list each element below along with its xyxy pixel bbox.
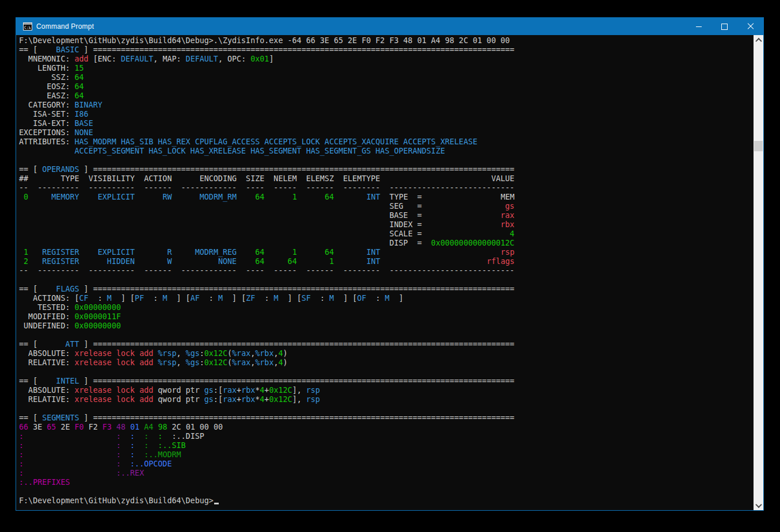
terminal-line: RELATIVE: xrelease lock add %rsp, %gs:0x…	[19, 358, 754, 368]
terminal-line: :..PREFIXES	[19, 478, 754, 487]
terminal-line: ACCEPTS_SEGMENT HAS_LOCK HAS_XRELEASE HA…	[19, 147, 754, 156]
terminal-line: : : :..OPCODE	[19, 460, 754, 469]
terminal-line: MODIFIED: 0x0000011F	[19, 312, 754, 322]
maximize-icon	[721, 24, 728, 30]
close-button[interactable]	[737, 18, 763, 35]
terminal-line: F:\Development\GitHub\zydis\Build64\Debu…	[19, 36, 754, 45]
terminal-line	[19, 275, 754, 285]
terminal-window: C:\ Command Prompt F:\Development\GitHub…	[16, 17, 764, 511]
scroll-up-button[interactable]	[754, 35, 763, 45]
terminal-line: SSZ: 64	[19, 73, 754, 82]
scrollbar-thumb[interactable]	[754, 141, 763, 151]
terminal-cursor	[214, 503, 219, 504]
terminal-line: BASE = rax	[19, 211, 754, 220]
terminal-line: == [ SEGMENTS ] ========================…	[19, 414, 754, 423]
terminal-line	[19, 487, 754, 496]
terminal-line	[19, 368, 754, 377]
terminal-line: CATEGORY: BINARY	[19, 101, 754, 110]
terminal-line: 1 REGISTER EXPLICIT R MODRM_REG 64 1 64 …	[19, 248, 754, 257]
terminal-line: -- --------- ---------- ------ ---------…	[19, 183, 754, 193]
chevron-up-icon	[755, 37, 762, 44]
titlebar[interactable]: C:\ Command Prompt	[16, 18, 763, 35]
terminal-line: : : : :..MODRM	[19, 450, 754, 460]
terminal-line: : : : : : :..DISP	[19, 432, 754, 441]
terminal-line: ABSOLUTE: xrelease lock add qword ptr gs…	[19, 386, 754, 395]
terminal-line: == [ BASIC ] ===========================…	[19, 45, 754, 55]
cmd-icon[interactable]: C:\	[23, 22, 32, 31]
terminal-line: EOSZ: 64	[19, 82, 754, 91]
terminal-line: == [ OPERANDS ] ========================…	[19, 165, 754, 174]
terminal-line: 66 3E 65 2E F0 F2 F3 48 01 A4 98 2C 01 0…	[19, 423, 754, 432]
terminal-line: SCALE = 4	[19, 229, 754, 239]
terminal-line: INDEX = rbx	[19, 220, 754, 229]
window-body: F:\Development\GitHub\zydis\Build64\Debu…	[16, 35, 763, 510]
close-icon	[747, 23, 754, 30]
minimize-icon	[696, 26, 702, 27]
window-controls	[686, 18, 763, 35]
terminal-line: ACTIONS: [CF : M ] [PF : M ] [AF : M ] […	[19, 294, 754, 303]
terminal-line: ISA-EXT: BASE	[19, 119, 754, 128]
window-title: Command Prompt	[36, 22, 94, 30]
minimize-button[interactable]	[686, 18, 711, 35]
terminal-output[interactable]: F:\Development\GitHub\zydis\Build64\Debu…	[16, 35, 754, 510]
terminal-line: ATTRIBUTES: HAS_MODRM HAS_SIB HAS_REX CP…	[19, 137, 754, 147]
terminal-line: 0 MEMORY EXPLICIT RW MODRM_RM 64 1 64 IN…	[19, 193, 754, 202]
terminal-line: F:\Development\GitHub\zydis\Build64\Debu…	[19, 496, 754, 506]
terminal-line: TESTED: 0x00000000	[19, 303, 754, 312]
terminal-line: -- --------- ---------- ------ ---------…	[19, 266, 754, 275]
terminal-line: EXCEPTIONS: NONE	[19, 128, 754, 137]
scroll-down-button[interactable]	[754, 500, 763, 510]
terminal-line	[19, 156, 754, 165]
terminal-line: RELATIVE: xrelease lock add qword ptr gs…	[19, 395, 754, 404]
terminal-line: ## TYPE VISIBILITY ACTION ENCODING SIZE …	[19, 174, 754, 183]
scrollbar[interactable]	[754, 35, 763, 510]
terminal-line: LENGTH: 15	[19, 64, 754, 73]
maximize-button[interactable]	[711, 18, 737, 35]
terminal-line: == [ ATT ] =============================…	[19, 340, 754, 349]
terminal-line: == [ INTEL ] ===========================…	[19, 377, 754, 386]
terminal-line: ISA-SET: I86	[19, 110, 754, 119]
terminal-line: DISP = 0x000000000000012C	[19, 239, 754, 248]
terminal-line: UNDEFINED: 0x00000000	[19, 322, 754, 331]
terminal-line: == [ FLAGS ] ===========================…	[19, 285, 754, 294]
terminal-line: : : : : :..SIB	[19, 441, 754, 450]
terminal-line: EASZ: 64	[19, 91, 754, 101]
terminal-line: SEG = gs	[19, 202, 754, 211]
chevron-down-icon	[755, 501, 762, 507]
terminal-line	[19, 331, 754, 340]
terminal-line: MNEMONIC: add [ENC: DEFAULT, MAP: DEFAUL…	[19, 55, 754, 64]
terminal-line: 2 REGISTER HIDDEN W NONE 64 64 1 INT rfl…	[19, 257, 754, 266]
terminal-line: ABSOLUTE: xrelease lock add %rsp, %gs:0x…	[19, 349, 754, 358]
terminal-line: : :..REX	[19, 469, 754, 478]
svg-text:C:\: C:\	[24, 25, 31, 30]
terminal-line	[19, 404, 754, 414]
